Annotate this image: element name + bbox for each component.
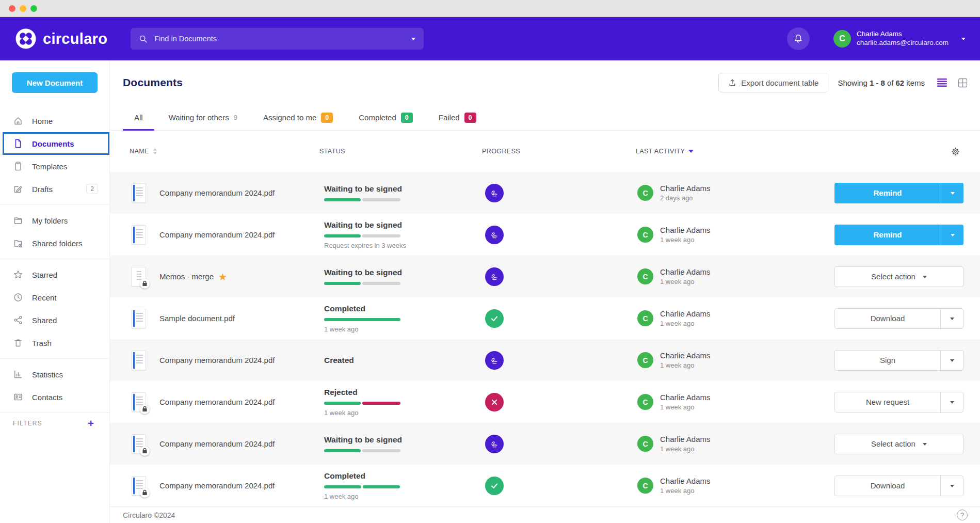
activity-time: 1 week ago	[660, 445, 711, 453]
sidebar-item-documents[interactable]: Documents	[3, 132, 109, 155]
progress-bar	[324, 318, 482, 321]
action-label: Select action	[871, 272, 915, 281]
sidebar-item-starred[interactable]: Starred	[0, 263, 109, 286]
table-row[interactable]: Company memorandum 2024.pdfCompleted1 we…	[110, 465, 980, 506]
document-name[interactable]: Memos - merge	[159, 272, 214, 281]
search-input[interactable]	[153, 34, 406, 43]
document-name-cell: Company memorandum 2024.pdf	[123, 225, 319, 245]
sign-button[interactable]: Sign	[834, 350, 963, 371]
help-icon[interactable]: ?	[957, 510, 968, 520]
progress-cell	[482, 435, 636, 453]
grid-view-icon[interactable]	[958, 78, 968, 88]
activity-time: 2 days ago	[660, 194, 711, 202]
document-name[interactable]: Company memorandum 2024.pdf	[159, 481, 275, 490]
progress-cell	[482, 267, 636, 286]
table-row[interactable]: Company memorandum 2024.pdfCreatedCCharl…	[110, 339, 980, 381]
table-row[interactable]: Company memorandum 2024.pdfWaiting to be…	[110, 423, 980, 465]
global-search[interactable]	[131, 28, 424, 50]
remind-button[interactable]: Remind	[834, 183, 963, 203]
document-name[interactable]: Company memorandum 2024.pdf	[159, 356, 275, 364]
last-activity-cell: CCharlie Adams1 week ago	[636, 267, 834, 286]
person-avatar: C	[637, 310, 653, 326]
tab-all[interactable]: All	[123, 105, 154, 130]
action-dropdown-toggle[interactable]	[940, 351, 963, 370]
document-name[interactable]: Company memorandum 2024.pdf	[159, 230, 275, 239]
user-menu[interactable]: C Charlie Adams charlie.adams@circularo.…	[833, 30, 966, 47]
sidebar-item-my-folders[interactable]: My folders	[0, 209, 109, 232]
table-row[interactable]: Sample document.pdfCompleted1 week agoCC…	[110, 297, 980, 339]
table-row[interactable]: Company memorandum 2024.pdfWaiting to be…	[110, 172, 980, 214]
sidebar-item-templates[interactable]: Templates	[0, 155, 109, 178]
document-thumbnail-icon	[132, 351, 146, 370]
document-name-cell: Memos - merge★	[123, 267, 319, 287]
folder-icon	[13, 215, 23, 226]
action-dropdown-toggle[interactable]	[941, 225, 963, 245]
document-name[interactable]: Company memorandum 2024.pdf	[159, 398, 275, 406]
clock-icon	[13, 292, 23, 303]
status-label: Waiting to be signed	[324, 184, 482, 194]
download-button[interactable]: Download	[834, 308, 963, 329]
status-label: Waiting to be signed	[324, 435, 482, 445]
window-close-button[interactable]	[9, 5, 15, 12]
column-header-last-activity[interactable]: LAST ACTIVITY	[636, 148, 834, 155]
progress-cell	[482, 393, 636, 411]
search-scope-caret-icon[interactable]	[411, 38, 415, 42]
signature-status-icon	[485, 351, 504, 370]
progress-cell	[482, 477, 636, 495]
lock-icon	[140, 446, 150, 456]
document-thumbnail-icon	[132, 183, 146, 203]
select-action-button[interactable]: Select action	[834, 266, 963, 287]
sidebar-item-trash[interactable]: Trash	[0, 331, 109, 354]
signature-status-icon	[485, 435, 504, 453]
sidebar-item-label: Statistics	[32, 370, 63, 379]
action-label: New request	[866, 398, 909, 406]
action-dropdown-toggle[interactable]	[941, 183, 963, 203]
tab-label: All	[134, 113, 143, 122]
action-dropdown-toggle[interactable]	[940, 476, 963, 496]
action-dropdown-toggle[interactable]	[940, 309, 963, 328]
star-icon[interactable]: ★	[218, 271, 227, 283]
remind-button[interactable]: Remind	[834, 225, 963, 245]
person-avatar: C	[637, 394, 653, 410]
column-header-name[interactable]: NAME	[123, 148, 319, 155]
sidebar-item-shared[interactable]: Shared	[0, 309, 109, 331]
sidebar-item-contacts[interactable]: Contacts	[0, 386, 109, 408]
new-request-button[interactable]: New request	[834, 392, 963, 413]
sidebar-item-label: Contacts	[32, 393, 62, 402]
document-name[interactable]: Company memorandum 2024.pdf	[159, 439, 275, 448]
sidebar-item-shared-folders[interactable]: Shared folders	[0, 232, 109, 255]
list-view-icon[interactable]	[937, 78, 947, 87]
table-row[interactable]: Company memorandum 2024.pdfRejected1 wee…	[110, 381, 980, 423]
export-document-table-button[interactable]: Export document table	[718, 73, 828, 92]
chevron-down-icon	[950, 318, 954, 322]
tab-count-badge: 0	[321, 113, 333, 123]
table-settings-button[interactable]	[834, 147, 968, 156]
document-name-cell: Company memorandum 2024.pdf	[123, 351, 319, 370]
sidebar-item-statistics[interactable]: Statistics	[0, 363, 109, 386]
column-header-progress: PROGRESS	[482, 148, 636, 155]
tab-label: Completed	[359, 113, 396, 122]
tab-failed[interactable]: Failed0	[427, 105, 488, 130]
download-button[interactable]: Download	[834, 476, 963, 496]
sidebar-item-home[interactable]: Home	[0, 109, 109, 132]
new-document-button[interactable]: New Document	[12, 72, 98, 93]
tab-waiting-for-others[interactable]: Waiting for others9	[157, 105, 249, 130]
add-filter-button[interactable]: +	[88, 418, 94, 429]
tab-assigned-to-me[interactable]: Assigned to me0	[252, 105, 344, 130]
action-dropdown-toggle[interactable]	[940, 392, 963, 412]
select-action-button[interactable]: Select action	[834, 434, 963, 454]
sidebar-item-recent[interactable]: Recent	[0, 286, 109, 309]
table-row[interactable]: Company memorandum 2024.pdfWaiting to be…	[110, 214, 980, 256]
document-name[interactable]: Company memorandum 2024.pdf	[159, 188, 275, 197]
table-row[interactable]: Memos - merge★Waiting to be signedCCharl…	[110, 256, 980, 297]
status-cell: Waiting to be signed	[319, 435, 482, 452]
status-label: Waiting to be signed	[324, 220, 482, 230]
notifications-button[interactable]	[787, 27, 810, 50]
sidebar-item-drafts[interactable]: Drafts2	[0, 178, 109, 200]
document-thumbnail-icon	[132, 267, 146, 287]
tab-completed[interactable]: Completed0	[347, 105, 424, 130]
document-name[interactable]: Sample document.pdf	[159, 314, 235, 323]
brand-logo[interactable]: circularo	[15, 28, 107, 49]
window-minimize-button[interactable]	[20, 5, 26, 12]
window-zoom-button[interactable]	[30, 5, 37, 12]
